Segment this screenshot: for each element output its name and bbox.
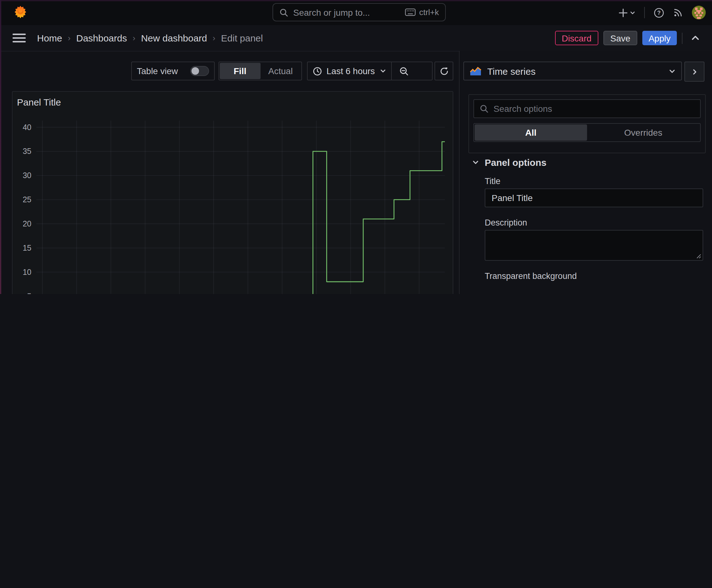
window-edge-top — [0, 0, 712, 1]
search-icon — [480, 104, 489, 113]
title-label: Title — [485, 176, 500, 186]
hamburger-icon — [13, 33, 26, 43]
table-view-toggle-group: Table view — [131, 62, 215, 80]
description-textarea[interactable] — [485, 230, 703, 261]
search-icon — [279, 8, 288, 17]
fill-actual-group: Fill Actual — [218, 62, 302, 80]
breadcrumb-separator: › — [68, 33, 71, 43]
panel-title-input[interactable]: Panel Title — [485, 188, 703, 207]
options-search-input[interactable]: Search options — [473, 99, 701, 118]
grafana-edit-panel-page: Search or jump to... ctrl+k ? — [0, 0, 712, 294]
transparent-background-label: Transparent background — [485, 271, 577, 281]
discard-button[interactable]: Discard — [555, 31, 598, 45]
section-panel-options-label: Panel options — [485, 157, 546, 168]
tab-overrides[interactable]: Overrides — [587, 124, 699, 141]
svg-text:5: 5 — [27, 292, 31, 294]
time-range-label: Last 6 hours — [326, 66, 375, 76]
breadcrumb-home[interactable]: Home — [37, 33, 62, 43]
refresh-icon — [439, 66, 449, 76]
options-search-placeholder: Search options — [494, 104, 552, 114]
actual-option[interactable]: Actual — [260, 63, 301, 79]
news-button[interactable] — [673, 7, 683, 18]
visualization-select[interactable]: Time series — [463, 62, 682, 80]
breadcrumb-new-dashboard[interactable]: New dashboard — [141, 33, 207, 43]
plus-icon — [619, 8, 628, 17]
nav-actions: Discard Save Apply — [555, 31, 703, 45]
time-range-picker[interactable]: Last 6 hours — [307, 62, 433, 80]
time-series-chart: 051015202530354015:3016:0016:3017:0017:3… — [13, 92, 453, 294]
top-header: Search or jump to... ctrl+k ? — [0, 0, 712, 26]
breadcrumb-edit-panel: Edit panel — [221, 33, 263, 43]
svg-text:?: ? — [657, 9, 661, 16]
search-placeholder: Search or jump to... — [293, 7, 405, 17]
chevron-down-icon — [380, 68, 386, 74]
window-edge-left — [0, 0, 1, 294]
time-series-icon — [470, 66, 481, 76]
nav-divider — [682, 33, 683, 44]
chevron-down-icon — [669, 67, 675, 75]
search-shortcut: ctrl+k — [419, 7, 439, 17]
svg-text:20: 20 — [23, 219, 31, 228]
apply-button[interactable]: Apply — [642, 31, 677, 45]
header-actions: ? — [619, 0, 706, 25]
resize-corner-icon — [696, 254, 701, 259]
add-button[interactable] — [619, 8, 635, 17]
tab-all[interactable]: All — [475, 124, 587, 141]
description-label: Description — [485, 218, 527, 227]
header-divider — [644, 7, 645, 18]
rss-icon — [673, 7, 683, 18]
svg-text:25: 25 — [23, 195, 31, 204]
menu-toggle-button[interactable] — [13, 33, 26, 43]
visualization-name: Time series — [487, 66, 669, 76]
refresh-button[interactable] — [434, 62, 453, 80]
nav-bar: Home › Dashboards › New dashboard › Edit… — [0, 25, 712, 51]
chevron-down-icon — [472, 159, 479, 166]
chevron-up-icon — [691, 35, 699, 41]
options-filter-tabs: All Overrides — [473, 123, 701, 142]
svg-text:15: 15 — [23, 244, 31, 252]
svg-text:30: 30 — [23, 171, 31, 180]
table-view-toggle[interactable] — [190, 66, 209, 76]
zoom-out-button[interactable] — [392, 66, 416, 76]
help-icon: ? — [654, 7, 664, 18]
chevron-right-icon — [691, 68, 698, 75]
panel-preview: Panel Title 051015202530354015:3016:0016… — [12, 91, 453, 294]
toggle-viz-picker-button[interactable] — [684, 62, 705, 82]
svg-text:10: 10 — [23, 268, 31, 276]
save-button[interactable]: Save — [603, 31, 637, 45]
global-search-input[interactable]: Search or jump to... ctrl+k — [273, 3, 446, 21]
keyboard-icon — [405, 8, 415, 16]
collapse-button[interactable] — [688, 35, 703, 41]
fill-option[interactable]: Fill — [220, 63, 260, 79]
help-button[interactable]: ? — [654, 7, 664, 18]
section-panel-options[interactable]: Panel options — [472, 157, 546, 168]
grafana-logo-icon[interactable] — [15, 5, 26, 19]
zoom-out-icon — [399, 66, 408, 76]
breadcrumb-dashboards[interactable]: Dashboards — [76, 33, 127, 43]
svg-text:35: 35 — [23, 147, 31, 155]
avatar[interactable] — [692, 6, 706, 19]
clock-icon — [313, 66, 322, 76]
breadcrumb-separator: › — [213, 33, 215, 43]
table-view-label: Table view — [137, 66, 178, 76]
breadcrumb-separator: › — [133, 33, 136, 43]
breadcrumb: Home › Dashboards › New dashboard › Edit… — [37, 33, 263, 43]
chevron-down-icon — [630, 10, 635, 15]
svg-text:40: 40 — [23, 123, 31, 132]
